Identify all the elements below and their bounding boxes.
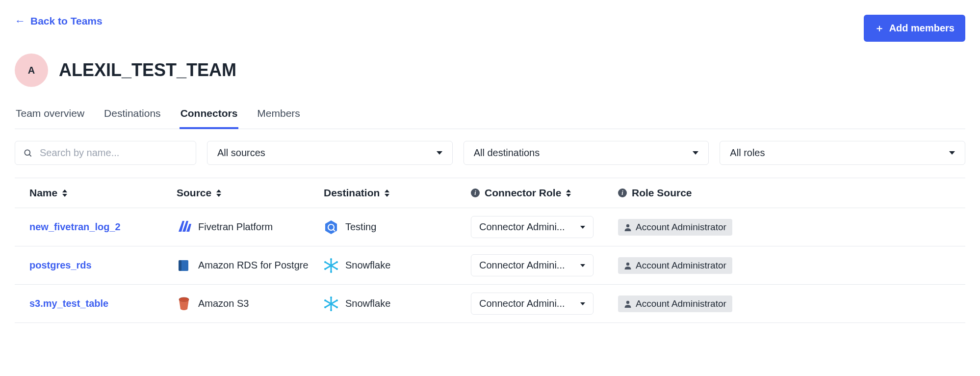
connector-role-select[interactable]: Connector Admini... (471, 293, 593, 315)
person-icon (624, 300, 632, 308)
connector-role-select[interactable]: Connector Admini... (471, 216, 593, 238)
connector-role-select[interactable]: Connector Admini... (471, 254, 593, 276)
destination-label: Snowflake (345, 298, 390, 309)
col-source[interactable]: Source (177, 187, 324, 199)
col-connector-role[interactable]: i Connector Role (471, 187, 618, 199)
sort-icon (566, 189, 571, 197)
connectors-table: Name Source Destination i Connector Role… (15, 178, 965, 323)
chevron-down-icon (580, 226, 585, 229)
sort-icon (62, 189, 67, 197)
tab-connectors[interactable]: Connectors (180, 107, 239, 129)
table-row: postgres_rds Amazon RDS for Postgre Snow… (15, 246, 965, 285)
chevron-down-icon (437, 151, 442, 155)
role-cell: Connector Admini... (471, 216, 618, 238)
role-source-cell: Account Administrator (618, 295, 951, 312)
sort-icon (216, 189, 221, 197)
search-icon (23, 148, 33, 158)
sort-icon (385, 189, 389, 197)
connector-name-link[interactable]: s3.my_test_table (29, 298, 177, 309)
role-source-cell: Account Administrator (618, 219, 951, 236)
role-cell: Connector Admini... (471, 254, 618, 276)
tab-team-overview[interactable]: Team overview (15, 107, 85, 129)
destination-label: Testing (345, 221, 376, 233)
filter-destinations-label: All destinations (474, 147, 540, 159)
tab-members[interactable]: Members (256, 107, 301, 129)
tab-destinations[interactable]: Destinations (103, 107, 162, 129)
chevron-down-icon (580, 264, 585, 267)
back-link-label: Back to Teams (30, 15, 103, 27)
person-icon (624, 223, 632, 231)
search-input[interactable] (40, 147, 188, 159)
svg-line-1 (29, 154, 31, 156)
role-source-label: Account Administrator (636, 298, 726, 309)
snowflake-icon (324, 296, 338, 311)
col-destination[interactable]: Destination (324, 187, 471, 199)
chevron-down-icon (580, 302, 585, 305)
role-value: Connector Admini... (479, 260, 565, 271)
info-icon: i (618, 188, 627, 197)
bigquery-icon (324, 220, 338, 235)
destination-cell: Snowflake (324, 296, 471, 311)
filter-destinations[interactable]: All destinations (464, 141, 709, 165)
source-cell: Fivetran Platform (177, 220, 324, 235)
table-header: Name Source Destination i Connector Role… (15, 178, 965, 208)
filter-sources-label: All sources (217, 147, 265, 159)
add-members-button[interactable]: ＋ Add members (864, 15, 965, 42)
role-source-badge: Account Administrator (618, 219, 732, 236)
person-icon (624, 262, 632, 269)
role-value: Connector Admini... (479, 221, 565, 233)
filter-roles[interactable]: All roles (720, 141, 965, 165)
destination-cell: Snowflake (324, 258, 471, 273)
destination-label: Snowflake (345, 260, 390, 271)
role-cell: Connector Admini... (471, 293, 618, 315)
chevron-down-icon (693, 151, 698, 155)
s3-icon (177, 296, 191, 311)
source-cell: Amazon S3 (177, 296, 324, 311)
rds-icon (177, 258, 191, 273)
role-source-label: Account Administrator (636, 222, 726, 233)
destination-cell: Testing (324, 220, 471, 235)
arrow-left-icon: ← (15, 15, 26, 27)
connector-name-link[interactable]: new_fivetran_log_2 (29, 221, 177, 233)
role-source-badge: Account Administrator (618, 295, 732, 312)
source-label: Amazon RDS for Postgre (198, 260, 309, 271)
connector-name-link[interactable]: postgres_rds (29, 260, 177, 271)
role-value: Connector Admini... (479, 298, 565, 309)
plus-icon: ＋ (875, 22, 884, 35)
source-label: Amazon S3 (198, 298, 249, 309)
fivetran-icon (177, 220, 191, 235)
table-row: new_fivetran_log_2 Fivetran Platform Tes… (15, 208, 965, 246)
col-role-source: i Role Source (618, 187, 951, 199)
col-name[interactable]: Name (29, 187, 177, 199)
chevron-down-icon (949, 151, 955, 155)
add-members-label: Add members (889, 23, 954, 34)
source-cell: Amazon RDS for Postgre (177, 258, 324, 273)
table-row: s3.my_test_table Amazon S3 Snowflake Con… (15, 285, 965, 323)
role-source-cell: Account Administrator (618, 257, 951, 274)
role-source-label: Account Administrator (636, 260, 726, 271)
snowflake-icon (324, 258, 338, 273)
tabs: Team overviewDestinationsConnectorsMembe… (15, 107, 965, 129)
avatar-letter: A (28, 65, 35, 76)
filter-sources[interactable]: All sources (207, 141, 453, 165)
source-label: Fivetran Platform (198, 221, 273, 233)
team-title: ALEXIL_TEST_TEAM (59, 60, 236, 81)
team-avatar: A (15, 54, 48, 87)
search-field-wrap[interactable] (15, 141, 196, 165)
back-to-teams-link[interactable]: ← Back to Teams (15, 15, 103, 27)
role-source-badge: Account Administrator (618, 257, 732, 274)
info-icon: i (471, 188, 480, 197)
svg-point-0 (25, 150, 30, 155)
filter-roles-label: All roles (730, 147, 765, 159)
